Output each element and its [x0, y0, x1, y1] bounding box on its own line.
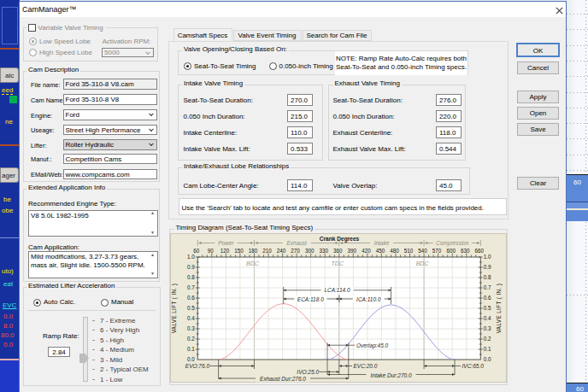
svg-text:480: 480 — [390, 248, 399, 254]
svg-text:540: 540 — [418, 248, 427, 254]
svg-text:210: 210 — [262, 248, 272, 254]
svg-text:270: 270 — [291, 248, 300, 254]
svg-text:TDC: TDC — [332, 260, 344, 266]
svg-text:LCA:114.0: LCA:114.0 — [324, 287, 350, 293]
svg-text:0.4: 0.4 — [187, 315, 195, 321]
svg-text:630: 630 — [461, 248, 470, 254]
svg-text:0.9: 0.9 — [187, 264, 195, 270]
svg-text:ICA:110.0: ICA:110.0 — [356, 296, 381, 302]
svg-text:360: 360 — [333, 248, 343, 254]
svg-text:0.7: 0.7 — [484, 284, 491, 290]
svg-text:Crank Degrees: Crank Degrees — [320, 236, 360, 243]
svg-text:0.1: 0.1 — [484, 346, 491, 352]
svg-text:1.0: 1.0 — [187, 254, 195, 260]
svg-text:0.5: 0.5 — [187, 305, 195, 311]
svg-text:0.5: 0.5 — [484, 305, 491, 311]
svg-text:Compression: Compression — [436, 240, 469, 247]
svg-text:1.0: 1.0 — [484, 254, 491, 260]
svg-text:330: 330 — [320, 248, 329, 254]
svg-text:450: 450 — [376, 248, 385, 254]
svg-text:0.1: 0.1 — [187, 346, 195, 352]
svg-text:ECA:118.0: ECA:118.0 — [297, 296, 324, 302]
svg-text:240: 240 — [277, 248, 286, 254]
svg-text:510: 510 — [404, 248, 414, 254]
svg-text:0.3: 0.3 — [484, 325, 491, 331]
svg-text:0.6: 0.6 — [484, 295, 491, 301]
svg-text:EVO:76.0: EVO:76.0 — [185, 363, 210, 369]
svg-text:Overlap:45.0: Overlap:45.0 — [356, 342, 389, 349]
svg-text:Power: Power — [218, 240, 234, 246]
svg-text:120: 120 — [220, 248, 230, 254]
svg-text:570: 570 — [432, 248, 442, 254]
svg-text:IVC:65.0: IVC:65.0 — [462, 363, 485, 369]
svg-text:0.0: 0.0 — [484, 356, 491, 362]
svg-text:0.4: 0.4 — [484, 315, 491, 321]
svg-text:0.2: 0.2 — [484, 336, 491, 342]
svg-text:VALVE LIFT ( IN. ): VALVE LIFT ( IN. ) — [496, 284, 503, 334]
svg-text:IVO:25.0: IVO:25.0 — [297, 369, 319, 375]
svg-text:90: 90 — [208, 248, 215, 254]
svg-text:Intake: Intake — [374, 240, 390, 246]
svg-text:180: 180 — [249, 248, 258, 254]
svg-text:0.0: 0.0 — [187, 356, 195, 362]
svg-text:60: 60 — [193, 248, 200, 254]
svg-text:Intake Dur:270.0: Intake Dur:270.0 — [370, 372, 411, 378]
svg-text:BDC: BDC — [416, 260, 430, 266]
svg-text:BDC: BDC — [246, 260, 260, 266]
svg-text:0.8: 0.8 — [187, 274, 195, 280]
svg-text:EVC:20.0: EVC:20.0 — [354, 363, 378, 369]
svg-text:0.3: 0.3 — [187, 325, 195, 331]
svg-text:300: 300 — [305, 248, 315, 254]
svg-text:Exhaust Dur:276.0: Exhaust Dur:276.0 — [260, 376, 306, 382]
svg-text:0.8: 0.8 — [484, 274, 491, 280]
svg-text:390: 390 — [348, 248, 357, 254]
svg-text:150: 150 — [234, 248, 244, 254]
svg-text:660: 660 — [475, 248, 485, 254]
svg-text:420: 420 — [362, 248, 371, 254]
svg-text:VALVE LIFT ( IN. ): VALVE LIFT ( IN. ) — [171, 284, 178, 334]
svg-text:0.7: 0.7 — [187, 284, 195, 290]
svg-text:600: 600 — [446, 248, 456, 254]
svg-text:0.6: 0.6 — [187, 295, 195, 301]
svg-text:0.9: 0.9 — [484, 264, 491, 270]
svg-text:Exhaust: Exhaust — [286, 240, 308, 246]
svg-text:0.2: 0.2 — [187, 336, 195, 342]
